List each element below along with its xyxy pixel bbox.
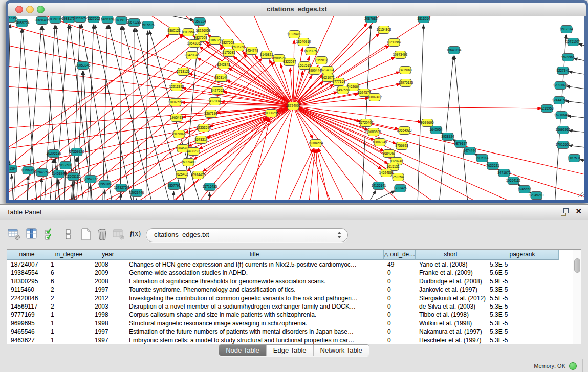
table-cell[interactable]: Structural magnetic resonance image aver…: [125, 319, 384, 327]
column-header-year[interactable]: year: [91, 250, 125, 260]
table-row[interactable]: 2242004622012Investigating the contribut…: [7, 294, 573, 302]
table-cell[interactable]: 1997: [91, 327, 125, 336]
table-cell[interactable]: Yano et al. (2008): [416, 260, 486, 269]
table-cell[interactable]: 0: [384, 269, 416, 277]
table-cell[interactable]: 2: [47, 286, 91, 294]
column-header-in_degree[interactable]: in_degree: [47, 250, 91, 260]
table-cell[interactable]: 1998: [91, 311, 125, 319]
table-vertical-scrollbar[interactable]: [573, 250, 581, 344]
table-cell[interactable]: Embryonic stem cells: a model to study s…: [125, 336, 384, 344]
table-cell[interactable]: 0: [384, 327, 416, 336]
table-cell[interactable]: Dudbridge et al. (2008): [416, 277, 486, 286]
table-cell[interactable]: 1: [47, 260, 91, 269]
table-cell[interactable]: 1: [47, 327, 91, 336]
graph-node[interactable]: 20053346: [76, 62, 91, 70]
graph-node[interactable]: 18300295: [264, 110, 279, 117]
table-selector-dropdown[interactable]: citations_edges.txt: [146, 228, 348, 242]
table-cell[interactable]: 5.3E-5: [486, 286, 559, 294]
table-cell[interactable]: 5.3E-5: [486, 302, 559, 311]
table-cell[interactable]: 1: [47, 319, 91, 327]
scrollbar-thumb[interactable]: [574, 258, 580, 273]
graph-node[interactable]: 16099489: [181, 159, 196, 166]
table-cell[interactable]: 22420046: [7, 294, 47, 302]
graph-node[interactable]: 17957272: [83, 176, 98, 183]
table-cell[interactable]: 5.6E-5: [486, 269, 559, 277]
graph-node[interactable]: 12353594: [197, 124, 211, 132]
table-row[interactable]: 911546021997Tourette syndrome. Phenomeno…: [7, 286, 573, 294]
table-cell[interactable]: de Silva et al. (2003): [416, 302, 486, 311]
graph-node[interactable]: 10671388: [127, 19, 142, 27]
graph-node[interactable]: 4498222: [187, 148, 200, 156]
table-cell[interactable]: Hescheler et al. (1997): [416, 336, 486, 344]
table-cell[interactable]: 0: [384, 294, 416, 302]
row-height-icon[interactable]: [61, 227, 76, 242]
graph-node[interactable]: 7515526: [141, 21, 155, 29]
graph-node[interactable]: 15751074: [566, 38, 581, 46]
graph-node[interactable]: 16154808: [377, 26, 391, 34]
new-column-icon[interactable]: [79, 227, 93, 242]
table-cell[interactable]: 2012: [91, 294, 125, 302]
table-row[interactable]: 969969511998Structural magnetic resonanc…: [7, 319, 573, 327]
graph-node[interactable]: 9857791: [167, 182, 181, 190]
table-cell[interactable]: 2008: [91, 277, 125, 286]
graph-node[interactable]: 9242848: [217, 61, 230, 69]
graph-node[interactable]: 18226058: [196, 27, 211, 35]
graph-node[interactable]: 1167531: [568, 155, 581, 162]
graph-node[interactable]: 9607374: [560, 26, 573, 33]
table-cell[interactable]: 1997: [91, 336, 125, 344]
table-cell[interactable]: 6: [47, 269, 91, 277]
table-cell[interactable]: 0: [384, 319, 416, 327]
graph-node[interactable]: 12945210: [529, 192, 544, 200]
graph-node[interactable]: 9227342: [556, 67, 570, 75]
graph-node[interactable]: 8471676: [497, 169, 511, 177]
graph-node[interactable]: 1965493: [170, 114, 183, 122]
delete-icon[interactable]: [95, 227, 110, 242]
graph-node[interactable]: 12444154: [552, 97, 567, 104]
column-visibility-icon[interactable]: [25, 227, 39, 242]
graph-node[interactable]: 15720407: [359, 119, 374, 127]
column-header-short[interactable]: short: [416, 250, 486, 260]
table-row[interactable]: 977716911998Corpus callosum shape and si…: [7, 311, 573, 319]
close-panel-icon[interactable]: ✕: [575, 207, 582, 216]
graph-node[interactable]: 2718126: [177, 68, 190, 76]
table-cell[interactable]: 19384554: [7, 269, 47, 277]
graph-node[interactable]: 10654112: [506, 177, 521, 185]
graph-node[interactable]: 9474444: [463, 147, 476, 155]
graph-node[interactable]: 1640954: [429, 126, 443, 134]
table-cell[interactable]: 2: [47, 302, 91, 311]
graph-node[interactable]: 6879197: [454, 140, 467, 148]
graph-node[interactable]: 18107553: [168, 99, 183, 106]
graph-node[interactable]: 252254: [393, 173, 404, 181]
table-cell[interactable]: 0: [384, 277, 416, 286]
table-cell[interactable]: 0: [384, 286, 416, 294]
table-cell[interactable]: 1997: [91, 286, 125, 294]
graph-node[interactable]: 12923446: [129, 189, 144, 197]
graph-node[interactable]: 8267190: [204, 110, 217, 118]
graph-node[interactable]: 8186328: [208, 37, 222, 45]
table-cell[interactable]: 18724007: [7, 260, 47, 269]
table-cell[interactable]: 5.3E-5: [486, 319, 559, 327]
table-cell[interactable]: Changes of HCN gene expression and I(f) …: [125, 260, 384, 269]
graph-node[interactable]: 15692931: [556, 126, 571, 134]
table-cell[interactable]: Tourette syndrome. Phenomenology and cla…: [125, 286, 384, 294]
graph-node[interactable]: 9860123: [167, 27, 181, 35]
graph-node[interactable]: 9529966: [561, 54, 575, 61]
column-header-pagerank[interactable]: pagerank: [486, 250, 559, 260]
table-cell[interactable]: Estimation of significance thresholds fo…: [125, 277, 384, 286]
graph-node[interactable]: 20691406: [35, 17, 50, 25]
graph-node[interactable]: 13505135: [66, 173, 81, 181]
table-row[interactable]: 946554611997Estimation of the future num…: [7, 327, 573, 336]
tab-network-table[interactable]: Network Table: [314, 345, 369, 356]
graph-node[interactable]: 2803144: [214, 74, 228, 82]
graph-node[interactable]: 8454749: [245, 47, 258, 55]
graph-node[interactable]: 16210643: [554, 112, 569, 119]
graph-node[interactable]: 9197588: [59, 162, 72, 169]
graph-node[interactable]: 11325419: [287, 31, 302, 38]
graph-node[interactable]: 2087682: [364, 16, 378, 23]
table-cell[interactable]: Disruption of a novel member of a sodium…: [125, 302, 384, 311]
table-cell[interactable]: 0: [384, 336, 416, 344]
column-header-name[interactable]: name: [7, 250, 47, 260]
graph-node[interactable]: 22420046: [185, 52, 200, 59]
table-cell[interactable]: 9115460: [7, 286, 47, 294]
table-row[interactable]: 946362711997Embryonic stem cells: a mode…: [7, 336, 573, 344]
